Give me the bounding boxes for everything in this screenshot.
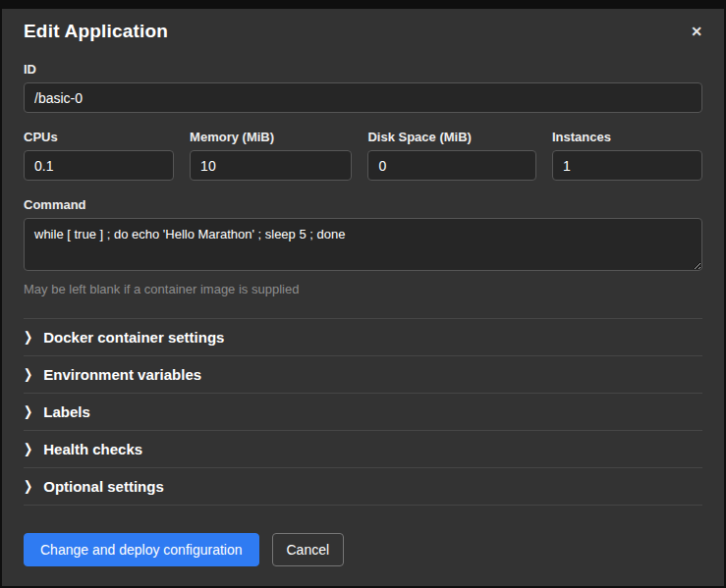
id-input[interactable] xyxy=(24,82,702,113)
resource-field-row: CPUs Memory (MiB) Disk Space (MiB) Insta… xyxy=(24,130,702,181)
command-label: Command xyxy=(24,197,702,212)
id-field-block: ID xyxy=(24,62,702,113)
change-and-deploy-button[interactable]: Change and deploy configuration xyxy=(24,533,259,566)
chevron-right-icon: ❯ xyxy=(24,331,32,345)
memory-field-block: Memory (MiB) xyxy=(190,130,352,181)
command-help-text: May be left blank if a container image i… xyxy=(24,282,702,296)
section-label: Docker container settings xyxy=(43,329,224,346)
collapsible-sections: ❯ Docker container settings ❯ Environmen… xyxy=(24,318,702,506)
section-label: Environment variables xyxy=(43,366,201,383)
section-environment-variables[interactable]: ❯ Environment variables xyxy=(24,355,702,393)
disk-input[interactable] xyxy=(367,150,535,181)
section-label: Optional settings xyxy=(43,478,164,495)
memory-label: Memory (MiB) xyxy=(190,130,352,144)
cancel-button[interactable]: Cancel xyxy=(272,533,345,566)
id-label: ID xyxy=(24,62,702,77)
instances-field-block: Instances xyxy=(552,130,702,181)
modal-body: ID CPUs Memory (MiB) Disk Space (MiB) In… xyxy=(2,58,724,515)
section-optional-settings[interactable]: ❯ Optional settings xyxy=(24,467,702,506)
command-field-block: Command while [ true ] ; do echo 'Hello … xyxy=(24,197,702,296)
cpus-label: CPUs xyxy=(24,130,174,144)
chevron-right-icon: ❯ xyxy=(24,368,32,382)
disk-field-block: Disk Space (MiB) xyxy=(367,130,535,181)
modal-footer: Change and deploy configuration Cancel xyxy=(2,515,724,586)
disk-label: Disk Space (MiB) xyxy=(367,130,535,144)
instances-label: Instances xyxy=(552,130,702,144)
modal-header: Edit Application ✕ xyxy=(2,9,724,58)
instances-input[interactable] xyxy=(552,150,702,181)
modal-title: Edit Application xyxy=(24,21,168,41)
cpus-field-block: CPUs xyxy=(24,130,174,181)
edit-application-modal: Edit Application ✕ ID CPUs Memory (MiB) … xyxy=(2,9,724,586)
chevron-right-icon: ❯ xyxy=(24,480,32,494)
cpus-input[interactable] xyxy=(24,150,174,181)
memory-input[interactable] xyxy=(190,150,352,181)
chevron-right-icon: ❯ xyxy=(24,405,32,419)
close-icon[interactable]: ✕ xyxy=(685,23,708,40)
command-textarea[interactable]: while [ true ] ; do echo 'Hello Marathon… xyxy=(24,218,702,271)
section-docker-container-settings[interactable]: ❯ Docker container settings xyxy=(24,318,702,355)
section-label: Health checks xyxy=(43,441,142,457)
section-label: Labels xyxy=(43,403,90,420)
section-health-checks[interactable]: ❯ Health checks xyxy=(24,430,702,467)
chevron-right-icon: ❯ xyxy=(24,443,32,456)
section-labels[interactable]: ❯ Labels xyxy=(24,393,702,430)
